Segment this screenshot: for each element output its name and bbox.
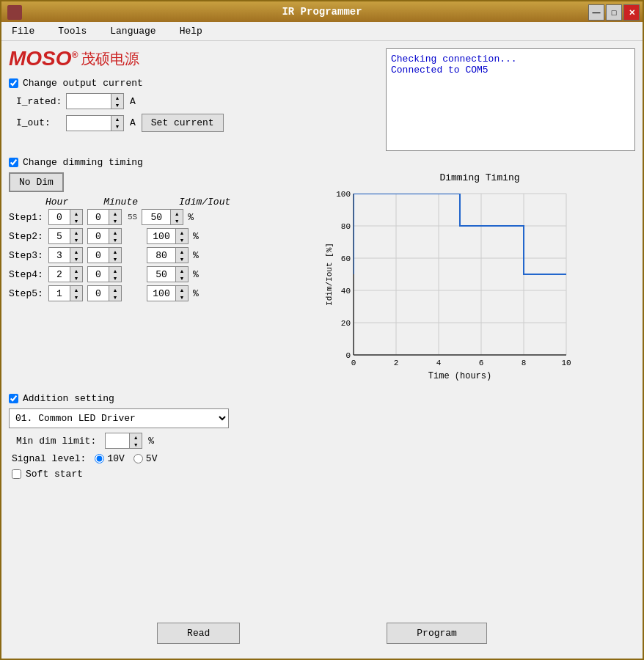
soft-start-checkbox[interactable] <box>12 469 21 479</box>
driver-type-dropdown[interactable]: 01. Common LED Driver <box>9 408 229 428</box>
signal-10v-option[interactable]: 10V <box>95 453 124 464</box>
step-ratio-down-2[interactable]: ▼ <box>176 236 188 243</box>
step-hour-spinner-2[interactable]: ▲ ▼ <box>48 228 83 244</box>
step-hour-spinner-4[interactable]: ▲ ▼ <box>48 266 83 282</box>
step-ratio-down-3[interactable]: ▼ <box>176 255 188 263</box>
menu-tools[interactable]: Tools <box>54 24 91 38</box>
min-dim-down[interactable]: ▼ <box>130 441 142 448</box>
svg-text:60: 60 <box>341 254 351 263</box>
step-minute-spinner-2[interactable]: ▲ ▼ <box>87 228 122 244</box>
close-button[interactable]: ✕ <box>623 4 640 21</box>
signal-5v-radio[interactable] <box>133 454 143 463</box>
step-hour-input-1[interactable] <box>49 210 70 224</box>
step-minute-down-1[interactable]: ▼ <box>109 217 121 224</box>
step-minute-up-3[interactable]: ▲ <box>109 248 121 255</box>
step-ratio-input-5[interactable] <box>147 287 175 301</box>
step-hour-up-3[interactable]: ▲ <box>70 248 82 255</box>
step-ratio-up-1[interactable]: ▲ <box>171 210 183 217</box>
step-hour-up-2[interactable]: ▲ <box>70 229 82 236</box>
minimize-button[interactable]: — <box>588 4 604 21</box>
step-minute-spinner-1[interactable]: ▲ ▼ <box>87 209 122 225</box>
step-minute-input-5[interactable] <box>88 287 109 301</box>
step-hour-input-3[interactable] <box>49 249 70 263</box>
step-hour-down-1[interactable]: ▼ <box>70 217 82 224</box>
step-hour-down-5[interactable]: ▼ <box>70 293 82 301</box>
step-minute-arrows-2: ▲ ▼ <box>109 229 121 243</box>
step-ratio-up-3[interactable]: ▲ <box>176 248 188 255</box>
step-ratio-up-2[interactable]: ▲ <box>176 229 188 236</box>
step-minute-down-4[interactable]: ▼ <box>109 274 121 282</box>
step-minute-spinner-5[interactable]: ▲ ▼ <box>87 285 122 301</box>
step-hour-down-4[interactable]: ▼ <box>70 274 82 282</box>
step-ratio-down-5[interactable]: ▼ <box>176 293 188 301</box>
step-minute-down-5[interactable]: ▼ <box>109 293 121 301</box>
i-out-spinner[interactable]: 0.700 ▲ ▼ <box>66 115 124 131</box>
svg-text:Idim/Iout [%]: Idim/Iout [%] <box>325 243 334 306</box>
i-rated-down[interactable]: ▼ <box>111 101 123 109</box>
col-ratio: Idim/Iout <box>179 197 230 208</box>
program-button[interactable]: Program <box>387 623 487 644</box>
signal-10v-label: 10V <box>107 453 124 464</box>
step-ratio-input-2[interactable] <box>147 230 175 243</box>
step-ratio-down-4[interactable]: ▼ <box>176 274 188 282</box>
step-hour-up-5[interactable]: ▲ <box>70 286 82 293</box>
min-dim-spinner[interactable]: 20 ▲ ▼ <box>105 433 142 449</box>
step-hour-down-3[interactable]: ▼ <box>70 255 82 263</box>
step-minute-down-3[interactable]: ▼ <box>109 255 121 263</box>
output-current-checkbox[interactable] <box>9 78 18 88</box>
step-minute-up-1[interactable]: ▲ <box>109 210 121 217</box>
step-label-2: Step2: <box>9 231 44 242</box>
step-hour-input-5[interactable] <box>49 287 70 301</box>
i-out-up[interactable]: ▲ <box>111 116 123 123</box>
step-ratio-input-1[interactable] <box>142 210 170 224</box>
i-rated-up[interactable]: ▲ <box>111 94 123 101</box>
step-ratio-spinner-1[interactable]: ▲ ▼ <box>142 209 183 225</box>
step-ratio-up-4[interactable]: ▲ <box>176 267 188 274</box>
read-button[interactable]: Read <box>157 623 240 644</box>
step-hour-up-1[interactable]: ▲ <box>70 210 82 217</box>
signal-5v-option[interactable]: 5V <box>133 453 158 464</box>
step-minute-up-5[interactable]: ▲ <box>109 286 121 293</box>
step-minute-input-2[interactable] <box>88 230 109 243</box>
step-hour-spinner-1[interactable]: ▲ ▼ <box>48 209 83 225</box>
min-dim-input[interactable]: 20 <box>106 434 129 448</box>
step-minute-input-1[interactable] <box>88 210 109 224</box>
step-minute-spinner-3[interactable]: ▲ ▼ <box>87 247 122 263</box>
step-hour-input-4[interactable] <box>49 268 70 282</box>
step-hour-spinner-3[interactable]: ▲ ▼ <box>48 247 83 263</box>
signal-10v-radio[interactable] <box>95 454 104 463</box>
step-ratio-up-5[interactable]: ▲ <box>176 286 188 293</box>
menu-help[interactable]: Help <box>175 24 207 38</box>
addition-checkbox[interactable] <box>9 394 18 403</box>
step-minute-input-4[interactable] <box>88 268 109 282</box>
menu-file[interactable]: File <box>7 24 39 38</box>
step-hour-spinner-5[interactable]: ▲ ▼ <box>48 285 83 301</box>
step-ratio-spinner-5[interactable]: ▲ ▼ <box>147 285 189 301</box>
maximize-button[interactable]: □ <box>606 4 622 21</box>
step-minute-input-3[interactable] <box>88 249 109 263</box>
i-rated-input[interactable]: 1.100 <box>67 95 111 109</box>
step-hour-input-2[interactable] <box>49 230 70 243</box>
i-rated-spinner[interactable]: 1.100 ▲ ▼ <box>66 93 124 109</box>
step-ratio-input-3[interactable] <box>147 249 175 263</box>
min-dim-up[interactable]: ▲ <box>130 433 142 441</box>
step-ratio-spinner-2[interactable]: ▲ ▼ <box>147 228 189 244</box>
step-hour-down-2[interactable]: ▼ <box>70 236 82 243</box>
i-out-input[interactable]: 0.700 <box>67 116 111 130</box>
i-out-arrows: ▲ ▼ <box>111 116 123 131</box>
step-ratio-spinner-3[interactable]: ▲ ▼ <box>147 247 189 263</box>
menu-language[interactable]: Language <box>106 24 160 38</box>
step-hour-up-4[interactable]: ▲ <box>70 267 82 274</box>
step-ratio-input-4[interactable] <box>147 268 175 282</box>
step-ratio-down-1[interactable]: ▼ <box>171 217 183 224</box>
step-ratio-spinner-4[interactable]: ▲ ▼ <box>147 266 189 282</box>
step-minute-down-2[interactable]: ▼ <box>109 236 121 243</box>
i-out-down[interactable]: ▼ <box>111 123 123 131</box>
step-minute-up-2[interactable]: ▲ <box>109 229 121 236</box>
dimming-checkbox[interactable] <box>9 158 18 167</box>
step-minute-up-4[interactable]: ▲ <box>109 267 121 274</box>
step-minute-spinner-4[interactable]: ▲ ▼ <box>87 266 122 282</box>
addition-checkbox-row: Addition setting <box>9 393 635 404</box>
set-current-button[interactable]: Set current <box>142 114 224 132</box>
no-dim-button[interactable]: No Dim <box>9 172 64 192</box>
